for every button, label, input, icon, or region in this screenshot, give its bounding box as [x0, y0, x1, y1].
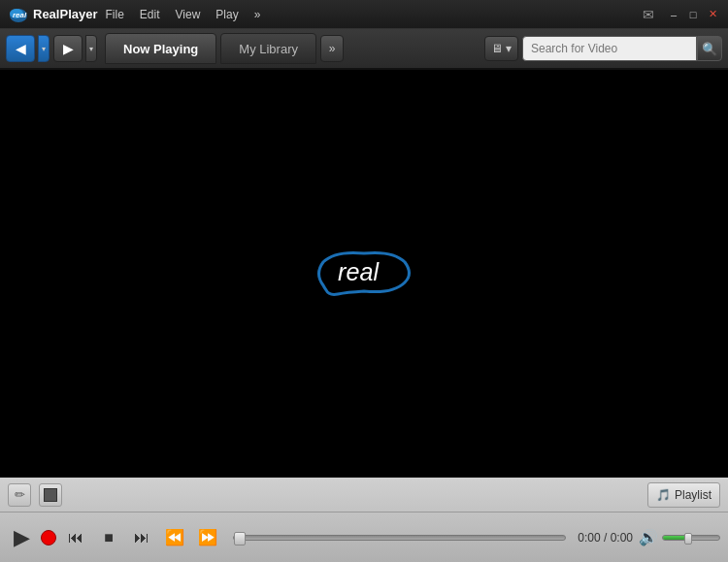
app-title: RealPlayer — [33, 7, 98, 21]
clip-edit-icon: ✏ — [15, 487, 25, 502]
forward-arrow-icon: ▶ — [63, 41, 74, 56]
stop-icon: ■ — [104, 529, 114, 546]
progress-handle[interactable] — [234, 532, 246, 545]
menu-view[interactable]: View — [176, 8, 201, 21]
time-display: 0:00 / 0:00 — [578, 531, 633, 545]
stop-button[interactable]: ■ — [95, 524, 122, 551]
search-input-wrap: 🔍 — [522, 36, 722, 61]
volume-track[interactable] — [662, 535, 720, 541]
time-total: 0:00 — [611, 531, 633, 545]
fast-forward-icon: ⏩ — [198, 528, 217, 546]
controls-area: ✏ 🎵 Playlist ▶ ⏮ ■ ⏭ ⏪ ⏩ — [0, 478, 728, 562]
back-arrow-icon: ◀ — [16, 41, 26, 56]
forward-button[interactable]: ▶ — [53, 35, 83, 62]
more-tabs-button[interactable]: » — [320, 35, 344, 62]
search-mode-dropdown-arrow: ▾ — [506, 42, 512, 55]
search-input[interactable] — [522, 36, 697, 61]
prev-icon: ⏮ — [68, 529, 83, 546]
play-icon: ▶ — [14, 525, 30, 550]
controls-top-row: ✏ 🎵 Playlist — [0, 478, 728, 512]
real-logo: real — [306, 240, 422, 308]
playlist-icon: 🎵 — [656, 488, 671, 502]
tab-my-library[interactable]: My Library — [220, 33, 316, 64]
search-mode-button[interactable]: 🖥 ▾ — [484, 36, 518, 61]
svg-text:real: real — [338, 258, 380, 285]
menu-edit[interactable]: Edit — [140, 8, 160, 21]
volume-handle[interactable] — [684, 533, 692, 545]
next-icon: ⏭ — [134, 529, 149, 546]
maximize-button[interactable]: □ — [685, 8, 701, 21]
fast-forward-button[interactable]: ⏩ — [194, 524, 221, 551]
volume-fill — [663, 536, 685, 540]
menu-play[interactable]: Play — [215, 8, 238, 21]
nav-bar: ◀ ▾ ▶ ▾ Now Playing My Library » 🖥 ▾ 🔍 — [0, 29, 728, 70]
mail-icon[interactable]: ✉ — [643, 7, 654, 22]
menu-file[interactable]: File — [106, 8, 124, 21]
rewind-icon: ⏪ — [165, 528, 184, 546]
title-bar: real RealPlayer File Edit View Play » ✉ … — [0, 0, 728, 29]
controls-top-left: ✏ — [8, 483, 62, 507]
back-dropdown-arrow[interactable]: ▾ — [38, 35, 50, 62]
time-current: 0:00 — [578, 531, 600, 545]
clip-edit-button[interactable]: ✏ — [8, 483, 31, 507]
app-logo: real RealPlayer — [8, 4, 98, 25]
stop-button-small[interactable] — [39, 483, 62, 507]
real-logo-svg: real — [306, 240, 422, 308]
close-button[interactable]: ✕ — [705, 8, 720, 21]
record-button[interactable] — [41, 530, 56, 545]
volume-button[interactable]: 🔊 — [639, 528, 658, 546]
title-bar-right: ✉ – □ ✕ — [643, 7, 720, 22]
menu-bar: File Edit View Play » — [106, 8, 261, 21]
progress-area — [233, 535, 566, 541]
search-icon: 🔍 — [702, 42, 717, 56]
title-bar-left: real RealPlayer File Edit View Play » — [8, 4, 260, 25]
menu-more[interactable]: » — [254, 8, 261, 21]
next-button[interactable]: ⏭ — [128, 524, 155, 551]
play-button[interactable]: ▶ — [8, 524, 35, 551]
stop-square-icon — [44, 488, 57, 502]
progress-track[interactable] — [233, 535, 566, 541]
svg-text:real: real — [13, 11, 27, 19]
playlist-button[interactable]: 🎵 Playlist — [647, 482, 720, 508]
prev-button[interactable]: ⏮ — [62, 524, 89, 551]
volume-area: 🔊 — [639, 528, 720, 546]
monitor-icon: 🖥 — [491, 42, 503, 55]
time-separator: / — [601, 531, 611, 545]
forward-dropdown-arrow[interactable]: ▾ — [85, 35, 97, 62]
search-area: 🖥 ▾ 🔍 — [484, 36, 722, 61]
search-button[interactable]: 🔍 — [697, 36, 722, 61]
video-area: real — [0, 70, 728, 478]
rewind-button[interactable]: ⏪ — [161, 524, 188, 551]
back-button[interactable]: ◀ — [6, 35, 35, 62]
playlist-label: Playlist — [675, 488, 711, 502]
realplayer-logo-icon: real — [8, 4, 29, 25]
controls-main-row: ▶ ⏮ ■ ⏭ ⏪ ⏩ 0:00 / 0:00 🔊 — [0, 512, 728, 562]
minimize-button[interactable]: – — [666, 8, 681, 21]
tab-now-playing[interactable]: Now Playing — [105, 33, 216, 64]
